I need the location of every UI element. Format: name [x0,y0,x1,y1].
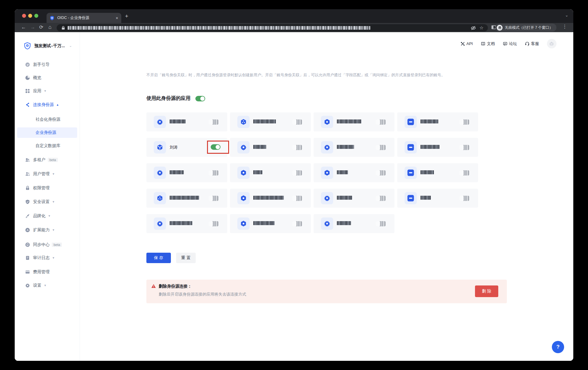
forward-button[interactable]: → [30,25,35,30]
browser-menu-icon[interactable]: ⋮ [562,24,567,29]
sidebar-item-overview[interactable]: 概览 [15,73,80,83]
sidebar-item-multi-tenant[interactable]: 多租户beta [15,155,80,165]
robot-avatar-icon [549,41,554,46]
sidebar-item-apps[interactable]: 应用▼ [15,86,80,96]
app-card [397,112,478,131]
app-name-redacted [337,119,361,124]
app-toggle-off-redacted[interactable] [292,119,302,125]
app-icon [154,141,166,153]
app-card [230,138,311,157]
app-toggle-off-redacted[interactable] [209,221,218,226]
header-link-forum[interactable]: 论坛 [503,41,517,47]
app-name-redacted [253,170,262,175]
sidebar-item-label: 品牌化 [33,213,46,219]
sidebar-item-social-idp[interactable]: 社会化身份源 [15,114,80,125]
app-toggle-off-redacted[interactable] [459,145,469,150]
reload-button[interactable]: ⟳ [39,25,43,30]
app-toggle-off-redacted[interactable] [292,221,302,226]
app-name-redacted [170,196,199,201]
app-toggle-off-redacted[interactable] [376,145,386,150]
bookmark-star-icon[interactable]: ☆ [480,25,484,31]
save-button[interactable]: 保 存 [146,253,171,263]
browser-tab[interactable]: OIDC - 企业身份源 × [47,13,121,23]
sidebar-item-label: 扩展能力 [33,227,50,233]
app-icon [237,141,250,153]
sidebar-item-sync-center[interactable]: 同步中心beta [15,240,80,250]
app-toggle-off-redacted[interactable] [376,119,386,125]
app-icon [405,167,417,179]
window-minimize-button[interactable] [28,14,32,18]
home-button[interactable]: ⌂ [48,25,51,30]
sidebar-item-guide[interactable]: 新手引导 [15,59,80,70]
tenant-selector[interactable]: 预发测试–千万... ⌄ [24,42,72,49]
app-icon [321,167,333,179]
tab-close-icon[interactable]: × [116,16,118,21]
app-name-redacted [420,119,438,124]
browser-window: OIDC - 企业身份源 × + ⌄ ← → ⟳ ⌂ ⋮ ☆ [15,9,573,361]
sidebar-item-user-mgmt[interactable]: 用户管理▼ [15,169,80,179]
app-toggle-off-redacted[interactable] [459,196,469,201]
favicon-shield-icon [50,16,55,21]
app-icon [154,167,166,179]
sparkle-icon: A [25,228,30,232]
app-toggle-off-redacted[interactable] [376,221,386,226]
app-toggle-off-redacted[interactable] [209,170,218,176]
app-icon [321,217,333,230]
delete-button[interactable]: 删 除 [475,285,498,297]
header-link-support[interactable]: 客服 [525,41,539,47]
app-icon [154,116,166,128]
reset-button[interactable]: 重 置 [176,253,196,263]
app-toggle-off-redacted[interactable] [459,119,469,125]
app-icon [321,141,333,153]
sidebar-item-perm-mgmt[interactable]: 权限管理 [15,183,80,193]
chevron-down-icon: ▼ [52,172,55,176]
app-card [230,189,311,208]
section-master-toggle[interactable] [195,96,205,101]
app-toggle-off-redacted[interactable] [376,196,386,201]
eye-slash-icon[interactable] [471,25,476,31]
app-card [146,214,227,233]
chevron-down-icon: ▼ [44,284,47,287]
app-card [146,189,227,208]
tab-search-chevron-icon[interactable]: ⌄ [565,13,568,17]
doc-icon [25,255,30,260]
header-link-docs[interactable]: 文档 [481,41,495,47]
incognito-badge[interactable]: 无痕模式（已打开 7 个窗口） [496,24,556,32]
app-card [230,214,311,233]
sidebar-item-connect-idp[interactable]: 连接身份源▲ [15,100,80,110]
address-bar[interactable]: ☆ [57,24,488,32]
new-tab-button[interactable]: + [125,13,128,19]
sidebar: 预发测试–千万... ⌄ 新手引导概览应用▼连接身份源▲社会化身份源企业身份源自… [15,32,80,361]
tab-title: OIDC - 企业身份源 [57,15,114,21]
sidebar-item-billing[interactable]: 费用管理 [15,267,80,277]
pie-icon [25,75,30,80]
window-zoom-button[interactable] [34,14,38,18]
avatar[interactable] [547,39,556,48]
app-toggle-off-redacted[interactable] [292,170,302,176]
app-toggle-off-redacted[interactable] [209,119,218,125]
sidebar-item-audit-log[interactable]: 审计日志▼ [15,253,80,263]
help-button[interactable]: ? [552,341,564,353]
app-toggle-off-redacted[interactable] [292,196,302,201]
header-link-api[interactable]: API [461,41,473,46]
gear-icon [25,283,30,288]
users-icon [25,172,30,176]
header-link-label: API [466,41,473,46]
sidebar-item-label: 同步中心 [33,242,50,247]
window-close-button[interactable] [22,14,26,18]
sidebar-item-settings[interactable]: 设置▼ [15,280,80,291]
sidebar-item-extension[interactable]: A扩展能力▼ [15,225,80,235]
sidebar-item-custom-db[interactable]: 自定义数据库 [15,141,80,151]
sidebar-item-security[interactable]: 安全设置▼ [15,197,80,207]
app-toggle-off-redacted[interactable] [209,196,218,201]
app-name-redacted [337,221,351,226]
app-toggle-off-redacted[interactable] [376,170,386,176]
app-toggle-off-redacted[interactable] [292,145,302,150]
sidebar-item-branding[interactable]: 品牌化▼ [15,211,80,221]
app-toggle-off-redacted[interactable] [459,170,469,176]
shield-icon [25,199,30,204]
app-card: 刘涛 [146,138,227,157]
guide-icon [25,62,30,67]
sidebar-item-enterprise-idp[interactable]: 企业身份源 [17,127,77,138]
back-button[interactable]: ← [21,25,26,30]
